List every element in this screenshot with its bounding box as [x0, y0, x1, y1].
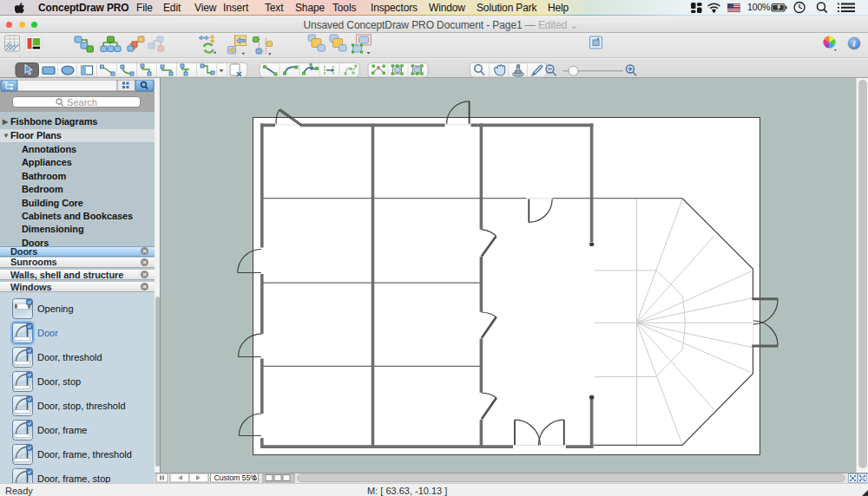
svg-text:i: i [853, 39, 856, 49]
svg-text:100%: 100% [747, 2, 770, 12]
svg-text:Custom 55%: Custom 55% [214, 473, 258, 482]
